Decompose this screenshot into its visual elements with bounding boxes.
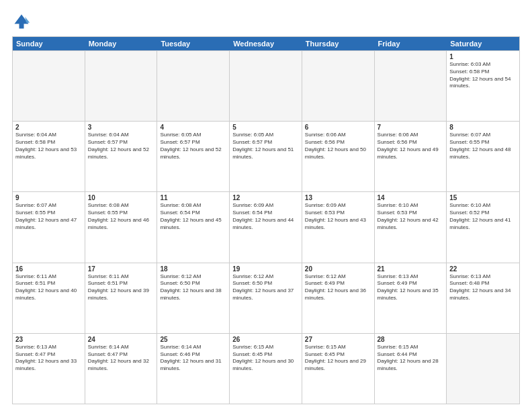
cell-info: Sunrise: 6:12 AM Sunset: 6:49 PM Dayligh…: [305, 273, 371, 302]
day-number: 11: [160, 194, 226, 201]
day-number: 12: [232, 194, 299, 201]
calendar-row-3: 16Sunrise: 6:11 AM Sunset: 6:51 PM Dayli…: [13, 263, 519, 333]
cell-info: Sunrise: 6:05 AM Sunset: 6:57 PM Dayligh…: [160, 132, 226, 161]
calendar-cell: 10Sunrise: 6:08 AM Sunset: 6:55 PM Dayli…: [85, 192, 158, 262]
cell-info: Sunrise: 6:10 AM Sunset: 6:53 PM Dayligh…: [378, 202, 444, 231]
day-number: 8: [449, 124, 517, 131]
day-number: 20: [305, 265, 371, 273]
cell-info: Sunrise: 6:11 AM Sunset: 6:51 PM Dayligh…: [88, 273, 154, 302]
day-number: 27: [305, 336, 371, 343]
day-number: 26: [232, 336, 299, 343]
cell-info: Sunrise: 6:15 AM Sunset: 6:45 PM Dayligh…: [305, 344, 371, 373]
calendar-cell: 18Sunrise: 6:12 AM Sunset: 6:50 PM Dayli…: [157, 263, 230, 333]
calendar-cell: 3Sunrise: 6:04 AM Sunset: 6:57 PM Daylig…: [85, 122, 158, 191]
day-number: 7: [378, 124, 444, 131]
cell-info: Sunrise: 6:15 AM Sunset: 6:44 PM Dayligh…: [378, 344, 444, 373]
calendar-cell: 13Sunrise: 6:09 AM Sunset: 6:53 PM Dayli…: [302, 192, 375, 262]
calendar-cell: 22Sunrise: 6:13 AM Sunset: 6:48 PM Dayli…: [447, 263, 519, 333]
calendar-row-2: 9Sunrise: 6:07 AM Sunset: 6:55 PM Daylig…: [13, 191, 519, 262]
calendar-cell: 8Sunrise: 6:07 AM Sunset: 6:55 PM Daylig…: [447, 122, 519, 191]
calendar-cell: 20Sunrise: 6:12 AM Sunset: 6:49 PM Dayli…: [302, 263, 375, 333]
calendar-cell: 28Sunrise: 6:15 AM Sunset: 6:44 PM Dayli…: [375, 334, 447, 404]
cell-info: Sunrise: 6:15 AM Sunset: 6:45 PM Dayligh…: [232, 344, 299, 373]
day-number: 2: [15, 124, 82, 131]
day-number: 15: [449, 194, 517, 201]
calendar-cell: [157, 51, 230, 121]
calendar-cell: 9Sunrise: 6:07 AM Sunset: 6:55 PM Daylig…: [13, 192, 85, 262]
day-number: 18: [160, 265, 226, 273]
calendar-cell: [375, 51, 447, 121]
calendar-cell: 7Sunrise: 6:06 AM Sunset: 6:56 PM Daylig…: [375, 122, 447, 191]
calendar-cell: 27Sunrise: 6:15 AM Sunset: 6:45 PM Dayli…: [302, 334, 375, 404]
header-cell-tuesday: Tuesday: [157, 37, 230, 50]
calendar-body: 1Sunrise: 6:03 AM Sunset: 6:58 PM Daylig…: [13, 50, 519, 404]
calendar-cell: 21Sunrise: 6:13 AM Sunset: 6:49 PM Dayli…: [375, 263, 447, 333]
cell-info: Sunrise: 6:04 AM Sunset: 6:57 PM Dayligh…: [88, 132, 154, 161]
calendar-header: SundayMondayTuesdayWednesdayThursdayFrid…: [13, 37, 519, 50]
day-number: 24: [88, 336, 154, 343]
calendar-cell: [230, 51, 302, 121]
calendar-cell: 5Sunrise: 6:05 AM Sunset: 6:57 PM Daylig…: [230, 122, 302, 191]
logo: [12, 12, 34, 31]
cell-info: Sunrise: 6:13 AM Sunset: 6:48 PM Dayligh…: [449, 273, 517, 302]
day-number: 3: [88, 124, 154, 131]
calendar-cell: 26Sunrise: 6:15 AM Sunset: 6:45 PM Dayli…: [230, 334, 302, 404]
calendar-cell: [85, 51, 158, 121]
calendar-cell: 23Sunrise: 6:13 AM Sunset: 6:47 PM Dayli…: [13, 334, 85, 404]
day-number: 10: [88, 194, 154, 201]
header-cell-monday: Monday: [85, 37, 158, 50]
day-number: 25: [160, 336, 226, 343]
calendar-row-4: 23Sunrise: 6:13 AM Sunset: 6:47 PM Dayli…: [13, 333, 519, 404]
calendar: SundayMondayTuesdayWednesdayThursdayFrid…: [12, 36, 520, 404]
calendar-cell: 17Sunrise: 6:11 AM Sunset: 6:51 PM Dayli…: [85, 263, 158, 333]
calendar-cell: [13, 51, 85, 121]
calendar-cell: [447, 334, 519, 404]
day-number: 9: [15, 194, 82, 201]
calendar-row-0: 1Sunrise: 6:03 AM Sunset: 6:58 PM Daylig…: [13, 50, 519, 121]
calendar-cell: 16Sunrise: 6:11 AM Sunset: 6:51 PM Dayli…: [13, 263, 85, 333]
cell-info: Sunrise: 6:03 AM Sunset: 6:58 PM Dayligh…: [449, 61, 517, 90]
day-number: 22: [449, 265, 517, 273]
cell-info: Sunrise: 6:08 AM Sunset: 6:55 PM Dayligh…: [88, 202, 154, 231]
day-number: 1: [449, 53, 517, 60]
day-number: 28: [378, 336, 444, 343]
calendar-cell: 1Sunrise: 6:03 AM Sunset: 6:58 PM Daylig…: [447, 51, 519, 121]
calendar-cell: 12Sunrise: 6:09 AM Sunset: 6:54 PM Dayli…: [230, 192, 302, 262]
cell-info: Sunrise: 6:12 AM Sunset: 6:50 PM Dayligh…: [232, 273, 299, 302]
calendar-cell: 24Sunrise: 6:14 AM Sunset: 6:47 PM Dayli…: [85, 334, 158, 404]
day-number: 13: [305, 194, 371, 201]
day-number: 16: [15, 265, 82, 273]
cell-info: Sunrise: 6:14 AM Sunset: 6:47 PM Dayligh…: [88, 344, 154, 373]
cell-info: Sunrise: 6:04 AM Sunset: 6:58 PM Dayligh…: [15, 132, 82, 161]
calendar-cell: 6Sunrise: 6:06 AM Sunset: 6:56 PM Daylig…: [302, 122, 375, 191]
cell-info: Sunrise: 6:07 AM Sunset: 6:55 PM Dayligh…: [449, 132, 517, 161]
logo-icon: [12, 12, 31, 31]
cell-info: Sunrise: 6:08 AM Sunset: 6:54 PM Dayligh…: [160, 202, 226, 231]
header-cell-sunday: Sunday: [13, 37, 85, 50]
day-number: 23: [15, 336, 82, 343]
calendar-row-1: 2Sunrise: 6:04 AM Sunset: 6:58 PM Daylig…: [13, 121, 519, 191]
cell-info: Sunrise: 6:07 AM Sunset: 6:55 PM Dayligh…: [15, 202, 82, 231]
calendar-cell: 2Sunrise: 6:04 AM Sunset: 6:58 PM Daylig…: [13, 122, 85, 191]
cell-info: Sunrise: 6:09 AM Sunset: 6:54 PM Dayligh…: [232, 202, 299, 231]
calendar-cell: 19Sunrise: 6:12 AM Sunset: 6:50 PM Dayli…: [230, 263, 302, 333]
header-cell-wednesday: Wednesday: [230, 37, 302, 50]
cell-info: Sunrise: 6:10 AM Sunset: 6:52 PM Dayligh…: [449, 202, 517, 231]
calendar-cell: 14Sunrise: 6:10 AM Sunset: 6:53 PM Dayli…: [375, 192, 447, 262]
cell-info: Sunrise: 6:06 AM Sunset: 6:56 PM Dayligh…: [378, 132, 444, 161]
page: SundayMondayTuesdayWednesdayThursdayFrid…: [0, 0, 532, 411]
cell-info: Sunrise: 6:12 AM Sunset: 6:50 PM Dayligh…: [160, 273, 226, 302]
day-number: 19: [232, 265, 299, 273]
header-cell-saturday: Saturday: [447, 37, 519, 50]
calendar-cell: 4Sunrise: 6:05 AM Sunset: 6:57 PM Daylig…: [157, 122, 230, 191]
cell-info: Sunrise: 6:09 AM Sunset: 6:53 PM Dayligh…: [305, 202, 371, 231]
calendar-cell: 15Sunrise: 6:10 AM Sunset: 6:52 PM Dayli…: [447, 192, 519, 262]
header-cell-friday: Friday: [375, 37, 447, 50]
day-number: 21: [378, 265, 444, 273]
calendar-cell: 11Sunrise: 6:08 AM Sunset: 6:54 PM Dayli…: [157, 192, 230, 262]
cell-info: Sunrise: 6:06 AM Sunset: 6:56 PM Dayligh…: [305, 132, 371, 161]
header-cell-thursday: Thursday: [302, 37, 375, 50]
day-number: 6: [305, 124, 371, 131]
day-number: 4: [160, 124, 226, 131]
cell-info: Sunrise: 6:11 AM Sunset: 6:51 PM Dayligh…: [15, 273, 82, 302]
